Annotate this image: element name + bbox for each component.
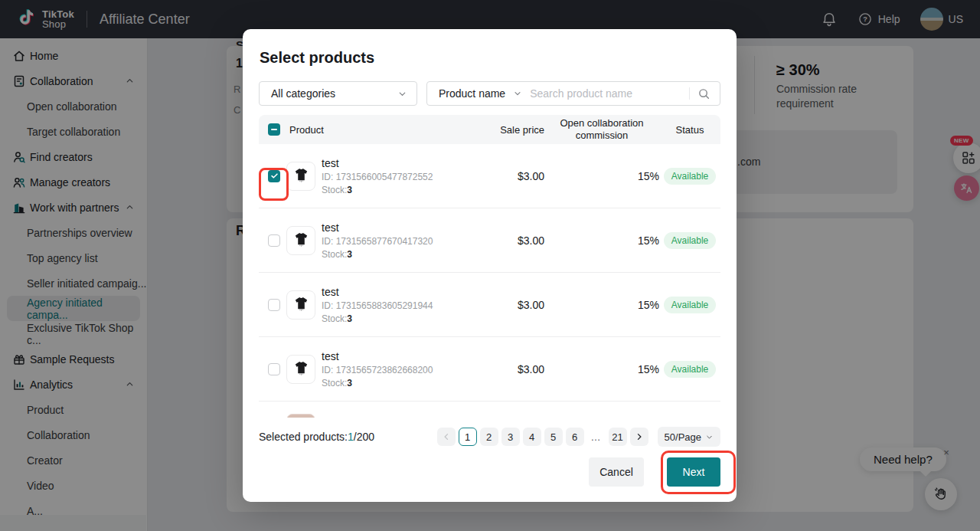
product-stock: Stock:3: [322, 313, 475, 324]
product-row: testID: 1731565883605291944Stock:3$3.001…: [259, 273, 720, 337]
chevron-down-icon: [705, 433, 714, 441]
product-row-partial: [259, 402, 720, 418]
product-stock: Stock:3: [322, 378, 475, 388]
pagination-page-21[interactable]: 21: [609, 428, 627, 446]
pagination-page-5[interactable]: 5: [544, 428, 563, 446]
product-image-tshirt: [286, 355, 315, 384]
next-button[interactable]: Next: [667, 457, 720, 487]
product-image-tshirt: [286, 162, 315, 191]
modal-title: Select products: [259, 29, 720, 67]
product-name: test: [322, 350, 475, 362]
product-image-tshirt: [286, 290, 315, 320]
pagination-ellipsis: …: [587, 428, 606, 446]
chevron-down-icon: [513, 89, 522, 98]
product-row: testID: 1731566005477872552Stock:3$3.001…: [259, 144, 720, 208]
col-header-product: Product: [289, 124, 475, 136]
pagination-page-4[interactable]: 4: [523, 428, 541, 446]
pagination-page-1[interactable]: 1: [459, 428, 477, 446]
pagination-page-2[interactable]: 2: [480, 428, 498, 446]
product-stock: Stock:3: [322, 185, 475, 195]
commission-rate: 15%: [544, 234, 659, 247]
pagination: 123456…2150/Page: [437, 427, 720, 447]
product-image-tshirt: [286, 226, 315, 255]
product-row: testID: 1731565723862668200Stock:3$3.001…: [259, 337, 720, 402]
row-checkbox[interactable]: [268, 363, 280, 375]
search-input[interactable]: [528, 87, 689, 100]
row-checkbox[interactable]: [268, 234, 280, 247]
status-badge: Available: [664, 168, 716, 185]
pagination-prev-icon[interactable]: [437, 428, 456, 446]
select-all-checkbox[interactable]: [268, 123, 280, 136]
row-checkbox-checked[interactable]: [268, 170, 280, 182]
sale-price: $3.00: [475, 363, 544, 375]
sale-price: $3.00: [475, 170, 544, 182]
product-id: ID: 1731565883605291944: [322, 300, 475, 311]
col-header-commission: Open collaboration commission: [544, 117, 659, 142]
products-table: Product Sale price Open collaboration co…: [259, 115, 720, 418]
chevron-down-icon: [397, 89, 407, 99]
status-badge: Available: [664, 232, 716, 249]
product-id: ID: 1731566005477872552: [322, 172, 475, 182]
product-name: test: [322, 286, 475, 298]
product-id: ID: 1731565877670417320: [322, 236, 475, 247]
status-badge: Available: [664, 361, 716, 378]
search-icon[interactable]: [697, 87, 710, 100]
table-header: Product Sale price Open collaboration co…: [259, 115, 720, 144]
row-checkbox[interactable]: [268, 299, 280, 311]
status-badge: Available: [664, 297, 716, 313]
selected-products-count: Selected products:1/200: [259, 431, 374, 443]
pagination-page-6[interactable]: 6: [566, 428, 584, 446]
sale-price: $3.00: [475, 299, 544, 311]
product-name: test: [322, 221, 475, 234]
product-name: test: [322, 157, 475, 169]
commission-rate: 15%: [544, 299, 659, 311]
product-id: ID: 1731565723862668200: [322, 365, 475, 375]
sale-price: $3.00: [475, 234, 544, 247]
col-header-status: Status: [659, 124, 720, 136]
category-filter-value: All categories: [271, 87, 335, 100]
commission-rate: 15%: [544, 363, 659, 375]
search-divider: [689, 87, 690, 100]
select-products-modal: Select products All categories Product n…: [243, 29, 737, 502]
page-size-select[interactable]: 50/Page: [658, 427, 720, 447]
product-row: testID: 1731565877670417320Stock:3$3.001…: [259, 208, 720, 273]
pagination-page-3[interactable]: 3: [501, 428, 520, 446]
category-filter-select[interactable]: All categories: [259, 81, 417, 106]
search-type-select[interactable]: Product name: [439, 87, 505, 100]
product-image-partial: [286, 414, 315, 418]
product-search-box: Product name: [426, 81, 720, 106]
pagination-next-icon[interactable]: [630, 428, 648, 446]
product-stock: Stock:3: [322, 249, 475, 260]
cancel-button[interactable]: Cancel: [589, 457, 644, 487]
col-header-sale-price: Sale price: [475, 124, 544, 136]
commission-rate: 15%: [544, 170, 659, 182]
